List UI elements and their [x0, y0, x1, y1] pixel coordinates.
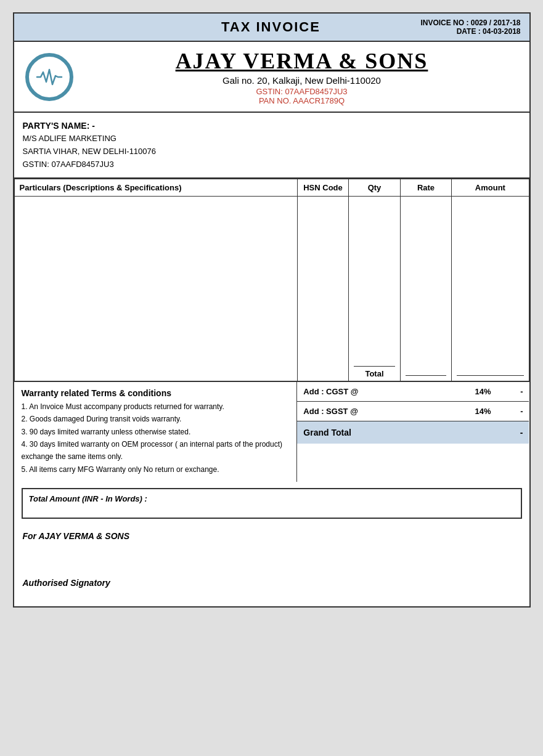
invoice-container: TAX INVOICE INVOICE NO : 0029 / 2017-18 … [13, 12, 531, 608]
warranty-title: Warranty related Terms & conditions [22, 388, 290, 398]
party-address: SARTIA VIHAR, NEW DELHI-110076 [23, 145, 521, 158]
invoice-date: DATE : 04-03-2018 [420, 27, 520, 36]
company-pan: PAN NO. AAACR1789Q [86, 96, 518, 105]
signature-section: For AJAY VERMA & SONS Authorised Signato… [14, 525, 529, 606]
amount-words-label: Total Amount (INR - In Words) : [29, 494, 147, 503]
items-table: Particulars (Descriptions & Specificatio… [14, 179, 529, 381]
th-particulars: Particulars (Descriptions & Specificatio… [14, 179, 297, 196]
header-top: TAX INVOICE INVOICE NO : 0029 / 2017-18 … [14, 14, 529, 42]
table-header-row: Particulars (Descriptions & Specificatio… [14, 179, 529, 196]
items-rate-cell [400, 196, 452, 381]
th-qty: Qty [349, 179, 401, 196]
company-section: AJAY VERMA & SONS Gali no. 20, Kalkaji, … [14, 42, 529, 113]
invoice-no: INVOICE NO : 0029 / 2017-18 [420, 18, 520, 27]
items-amount-cell [452, 196, 529, 381]
party-name: M/S ADLIFE MARKETING [23, 132, 521, 145]
items-qty-cell: Total [349, 196, 401, 381]
sgst-label: Add : SGST @ [303, 407, 467, 416]
sgst-value: - [498, 407, 523, 416]
th-rate: Rate [400, 179, 452, 196]
warranty-item-4: 4. 30 days limited warranty on OEM proce… [22, 438, 290, 463]
warranty-item-1: 1. An Invoice Must accompany products re… [22, 400, 290, 413]
company-address: Gali no. 20, Kalkaji, New Delhi-110020 [86, 75, 518, 86]
warranty-items: 1. An Invoice Must accompany products re… [22, 400, 290, 476]
th-hsn: HSN Code [297, 179, 349, 196]
authorised-signatory: Authorised Signatory [23, 578, 521, 588]
cgst-row: Add : CGST @ 14% - [297, 382, 529, 402]
company-logo [25, 53, 73, 101]
company-details: AJAY VERMA & SONS Gali no. 20, Kalkaji, … [86, 48, 518, 105]
empty-items-row: Total [14, 196, 529, 381]
grand-total-row: Grand Total - [297, 421, 529, 444]
cgst-rate: 14% [467, 387, 498, 396]
company-name: AJAY VERMA & SONS [86, 48, 518, 74]
cgst-label: Add : CGST @ [303, 387, 467, 396]
party-label: PARTY'S NAME: - [23, 119, 521, 132]
grand-total-value: - [498, 428, 523, 437]
warranty-item-2: 2. Goods damaged During transit voids wa… [22, 413, 290, 425]
party-gstin: GSTIN: 07AAFD8457JU3 [23, 158, 521, 171]
invoice-title: TAX INVOICE [121, 19, 421, 35]
bottom-section: Warranty related Terms & conditions 1. A… [14, 381, 529, 482]
th-amount: Amount [452, 179, 529, 196]
grand-total-label: Grand Total [303, 428, 498, 437]
sgst-rate: 14% [467, 407, 498, 416]
total-amount-value [457, 375, 523, 378]
warranty-item-5: 5. All items carry MFG Warranty only No … [22, 463, 290, 476]
items-particulars-cell [14, 196, 297, 381]
items-hsn-cell [297, 196, 349, 381]
warranty-item-3: 3. 90 days limited warranty unless other… [22, 426, 290, 438]
cgst-value: - [498, 387, 523, 396]
company-gstin: GSTIN: 07AAFD8457JU3 [86, 87, 518, 96]
invoice-meta: INVOICE NO : 0029 / 2017-18 DATE : 04-03… [420, 18, 520, 36]
party-section: PARTY'S NAME: - M/S ADLIFE MARKETING SAR… [14, 113, 529, 179]
amount-words-section: Total Amount (INR - In Words) : [22, 488, 522, 519]
tax-section: Add : CGST @ 14% - Add : SGST @ 14% - Gr… [297, 382, 529, 482]
warranty-section: Warranty related Terms & conditions 1. A… [14, 382, 298, 482]
sgst-row: Add : SGST @ 14% - [297, 402, 529, 421]
total-qty-label: Total [354, 366, 395, 378]
for-company: For AJAY VERMA & SONS [23, 531, 521, 541]
total-rate-value [406, 375, 447, 378]
